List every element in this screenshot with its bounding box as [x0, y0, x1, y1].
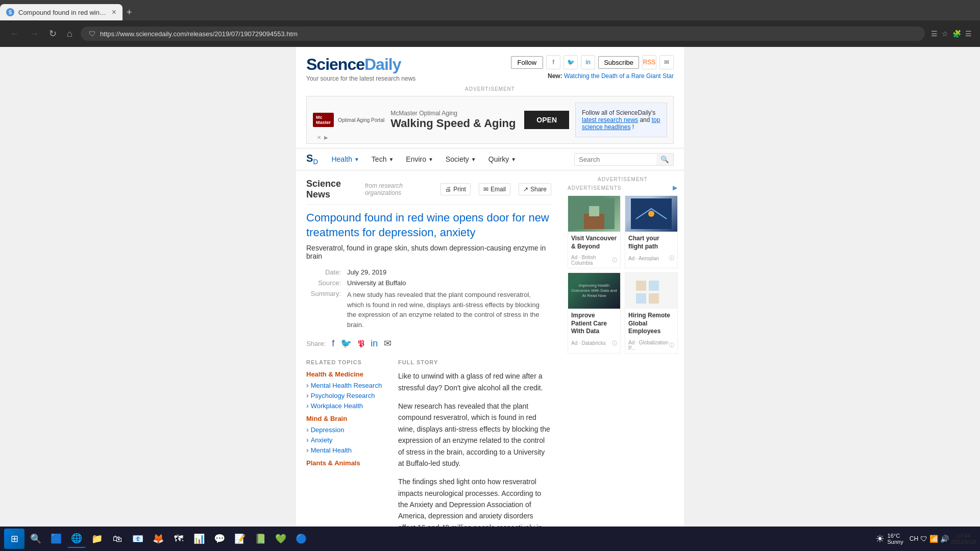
- print-button[interactable]: 🖨 Print: [440, 183, 471, 195]
- taskbar-app-icon[interactable]: 🔵: [292, 530, 310, 548]
- ad-info-databricks[interactable]: ⓘ: [612, 340, 617, 347]
- tab-close-button[interactable]: ×: [112, 8, 116, 17]
- volume-tray-icon[interactable]: 🔊: [940, 535, 949, 543]
- ad-open-button[interactable]: OPEN: [524, 111, 569, 129]
- topic-psychology-research[interactable]: Psychology Research: [306, 391, 388, 399]
- latest-news-link[interactable]: latest research news: [582, 116, 638, 123]
- ad-company-logo: McMaster: [313, 113, 334, 127]
- ad-card-databricks[interactable]: Improving Health Outcomes With Data and …: [568, 272, 621, 354]
- ad-card-vancouver[interactable]: Visit Vancouver & Beyond Ad · British Co…: [568, 195, 621, 268]
- menu-icon[interactable]: ☰: [965, 30, 972, 38]
- taskbar-word-icon[interactable]: 📝: [231, 530, 249, 548]
- linkedin-button[interactable]: in: [581, 55, 595, 69]
- clock-widget[interactable]: 10:44 2022/6/19: [951, 533, 976, 545]
- search-button[interactable]: 🔍: [656, 154, 673, 165]
- system-tray: CH 🛡 📶 🔊: [910, 535, 949, 543]
- new-article-link[interactable]: Watching the Death of a Rare Giant Star: [564, 72, 674, 80]
- taskbar-explorer-icon[interactable]: 📁: [88, 530, 106, 548]
- ad-info-icon[interactable]: ▶: [324, 135, 328, 140]
- ad-title-vancouver: Visit Vancouver & Beyond: [571, 235, 617, 251]
- security-tray-icon[interactable]: 🛡: [920, 535, 927, 543]
- svg-rect-8: [636, 293, 646, 304]
- taskbar-line-icon[interactable]: 💚: [272, 530, 290, 548]
- lang-indicator[interactable]: CH: [910, 535, 918, 542]
- bookmark-icon[interactable]: ☆: [942, 30, 948, 38]
- story-text: Like to unwind with a glass of red wine …: [398, 370, 551, 551]
- nav-logo[interactable]: SD: [306, 153, 318, 166]
- search-box[interactable]: 🔍: [574, 153, 674, 166]
- windows-start-button[interactable]: ⊞: [4, 529, 24, 549]
- taskbar-maps-icon[interactable]: 🗺: [169, 530, 188, 548]
- forward-button[interactable]: →: [28, 27, 41, 41]
- ad-info-globalization[interactable]: ⓘ: [669, 342, 674, 349]
- url-bar[interactable]: 🛡 https://www.sciencedaily.com/releases/…: [81, 27, 925, 41]
- taskbar-excel2-icon[interactable]: 📗: [251, 530, 270, 548]
- reload-button[interactable]: ↻: [47, 26, 59, 41]
- related-topics-label: RELATED TOPICS: [306, 359, 388, 365]
- reader-mode-icon[interactable]: ☰: [931, 30, 938, 38]
- article-sidebar: ADVERTISEMENT Advertisements ▶ Visit Van…: [561, 170, 684, 551]
- taskbar-widgets-icon[interactable]: 🟦: [47, 530, 65, 548]
- quirky-dropdown-icon: ▼: [511, 157, 516, 162]
- twitter-share-icon[interactable]: 🐦: [340, 338, 352, 349]
- nav-item-tech[interactable]: Tech ▼: [366, 153, 399, 165]
- rss-button[interactable]: RSS: [642, 55, 656, 69]
- nav-item-society[interactable]: Society ▼: [440, 153, 481, 165]
- ad-info-flight[interactable]: ⓘ: [669, 255, 674, 262]
- ad-source-globalization: Ad · Globalization P...: [628, 340, 669, 351]
- ad-info-vancouver[interactable]: ⓘ: [612, 257, 617, 264]
- taskbar-mail-icon[interactable]: 📧: [129, 530, 147, 548]
- email-share-icon[interactable]: ✉: [384, 338, 391, 349]
- home-button[interactable]: ⌂: [65, 27, 75, 41]
- enviro-dropdown-icon: ▼: [428, 157, 433, 162]
- topic-anxiety[interactable]: Anxiety: [306, 436, 388, 444]
- facebook-share-icon[interactable]: f: [332, 338, 334, 349]
- follow-button[interactable]: Follow: [511, 56, 544, 69]
- back-button[interactable]: ←: [8, 27, 21, 41]
- taskbar-firefox-icon[interactable]: 🦊: [149, 530, 167, 548]
- taskbar-search-icon[interactable]: 🔍: [27, 530, 45, 548]
- taskbar-excel-icon[interactable]: 📊: [190, 530, 208, 548]
- facebook-button[interactable]: f: [546, 55, 560, 69]
- share-article-button[interactable]: ↗ Share: [519, 183, 551, 195]
- email-article-button[interactable]: ✉ Email: [479, 183, 510, 195]
- topic-depression[interactable]: Depression: [306, 425, 388, 434]
- taskbar-store-icon[interactable]: 🛍: [108, 530, 127, 548]
- taskbar-whatsapp-icon[interactable]: 💬: [210, 530, 229, 548]
- ad-report-icon[interactable]: ▶: [673, 184, 678, 191]
- share-row: Share: f 🐦 𝕻 in ✉: [306, 338, 551, 349]
- weather-widget[interactable]: ☀ 16°C Sunny: [875, 533, 903, 545]
- ad-card-globalization[interactable]: Hiring Remote Global Employees Ad · Glob…: [625, 272, 678, 354]
- pinterest-share-icon[interactable]: 𝕻: [358, 338, 364, 349]
- ad-close-x[interactable]: ✕: [317, 135, 321, 140]
- taskbar-edge-icon[interactable]: 🌐: [67, 530, 86, 548]
- summary-label: Summary:: [306, 290, 347, 330]
- site-logo[interactable]: ScienceDaily: [306, 55, 415, 74]
- extensions-icon[interactable]: 🧩: [952, 30, 961, 38]
- search-input[interactable]: [575, 154, 656, 165]
- taskbar: ⊞ 🔍 🟦 🌐 📁 🛍 📧 🦊 🗺 📊 💬 📝 📗 💚 🔵 ☀ 16°C Sun…: [0, 527, 980, 551]
- ad-card-flight[interactable]: Chart your flight path Ad · Aeroplan ⓘ: [625, 195, 678, 268]
- svg-point-4: [648, 211, 654, 217]
- clock-date: 2022/6/19: [951, 539, 976, 545]
- nav-item-health[interactable]: Health ▼: [326, 153, 364, 165]
- twitter-button[interactable]: 🐦: [564, 55, 578, 69]
- security-icon: 🛡: [89, 30, 96, 38]
- topic-mental-health-research[interactable]: Mental Health Research: [306, 381, 388, 389]
- topic-mental-health[interactable]: Mental Health: [306, 446, 388, 454]
- topic-group-mind: Mind & Brain: [306, 415, 388, 422]
- new-tab-button[interactable]: +: [127, 7, 132, 18]
- email-header-button[interactable]: ✉: [659, 55, 674, 69]
- nav-item-enviro[interactable]: Enviro ▼: [401, 153, 438, 165]
- subscribe-button[interactable]: Subscribe: [598, 56, 639, 69]
- linkedin-share-icon[interactable]: in: [371, 338, 378, 349]
- article-meta: Date: July 29, 2019 Source: University a…: [306, 268, 551, 330]
- network-tray-icon[interactable]: 📶: [929, 535, 938, 543]
- svg-rect-6: [636, 281, 646, 291]
- source-value: University at Buffalo: [347, 279, 406, 287]
- nav-item-quirky[interactable]: Quirky ▼: [483, 153, 521, 165]
- browser-tab[interactable]: S Compound found in red wine c... ×: [0, 4, 122, 20]
- weather-temp: 16°C: [888, 533, 903, 539]
- ad-image-databricks: Improving Health Outcomes With Data and …: [568, 273, 620, 309]
- topic-workplace-health[interactable]: Workplace Health: [306, 402, 388, 410]
